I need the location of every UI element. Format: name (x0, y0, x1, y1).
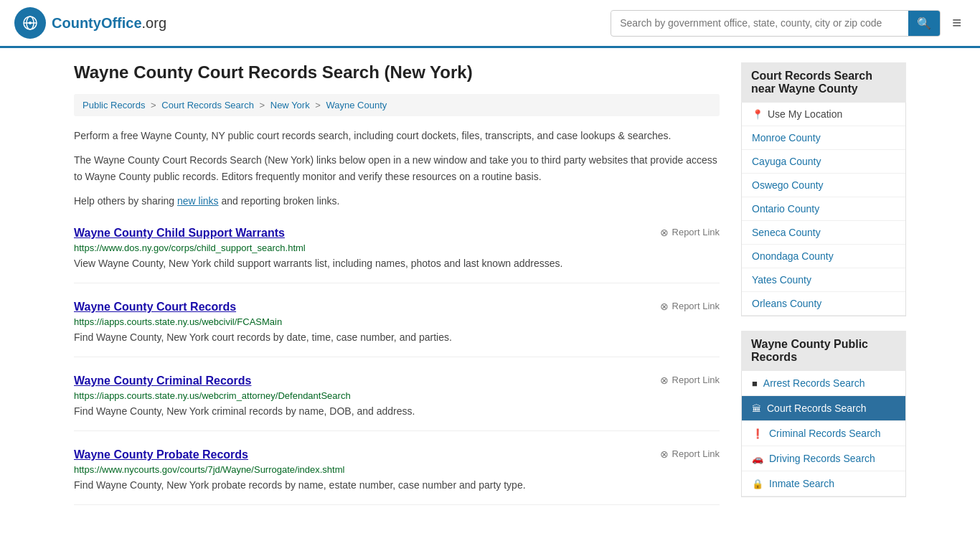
use-location-item[interactable]: 📍 Use My Location (742, 103, 905, 126)
list-item[interactable]: Yates County (742, 268, 905, 292)
record-link[interactable]: Inmate Search (769, 478, 834, 489)
result-card: Wayne County Child Support Warrants ⊗ Re… (74, 227, 720, 283)
logo-area: CountyOffice.org (14, 7, 166, 39)
breadcrumb: Public Records > Court Records Search > … (74, 94, 720, 116)
report-icon: ⊗ (660, 301, 669, 312)
list-item[interactable]: Ontario County (742, 197, 905, 221)
record-icon: 🔒 (752, 479, 763, 489)
header-right: 🔍 ≡ (611, 9, 966, 37)
result-card-header: Wayne County Court Records ⊗ Report Link (74, 301, 720, 314)
nearby-section: Court Records Search near Wayne County 📍… (741, 62, 906, 316)
search-input[interactable] (611, 11, 908, 34)
site-header: CountyOffice.org 🔍 ≡ (0, 0, 980, 48)
result-url: https://www.dos.ny.gov/corps/child_suppo… (74, 242, 720, 253)
public-records-section: Wayne County Public Records ■ Arrest Rec… (741, 331, 906, 497)
list-item[interactable]: Seneca County (742, 221, 905, 245)
result-cards: Wayne County Child Support Warrants ⊗ Re… (74, 227, 720, 505)
result-card-header: Wayne County Probate Records ⊗ Report Li… (74, 448, 720, 461)
main-container: Wayne County Court Records Search (New Y… (60, 48, 920, 526)
breadcrumb-new-york[interactable]: New York (270, 100, 310, 110)
list-item[interactable]: Monroe County (742, 126, 905, 150)
new-links[interactable]: new links (177, 195, 219, 207)
record-link[interactable]: Criminal Records Search (769, 428, 881, 439)
report-label: Report Link (672, 301, 720, 311)
report-label: Report Link (672, 227, 720, 237)
description-3: Help others by sharing new links and rep… (74, 193, 720, 209)
result-desc: Find Wayne County, New York court record… (74, 330, 720, 345)
content-area: Wayne County Court Records Search (New Y… (74, 62, 720, 512)
result-card-header: Wayne County Child Support Warrants ⊗ Re… (74, 227, 720, 240)
report-link[interactable]: ⊗ Report Link (660, 448, 720, 460)
report-icon: ⊗ (660, 375, 669, 386)
description-2: The Wayne County Court Records Search (N… (74, 152, 720, 184)
use-location-link[interactable]: Use My Location (768, 108, 842, 120)
result-title[interactable]: Wayne County Court Records (74, 301, 236, 314)
breadcrumb-court-records[interactable]: Court Records Search (161, 100, 254, 110)
sidebar-record-item[interactable]: ❗ Criminal Records Search (742, 421, 905, 446)
report-link[interactable]: ⊗ Report Link (660, 227, 720, 238)
location-icon: 📍 (752, 109, 763, 120)
record-icon: 🏛 (752, 403, 761, 414)
result-url: https://iapps.courts.state.ny.us/webcrim… (74, 390, 720, 401)
search-bar: 🔍 (611, 10, 941, 37)
sidebar-record-item[interactable]: 🔒 Inmate Search (742, 471, 905, 496)
svg-point-4 (29, 22, 32, 24)
public-records-title: Wayne County Public Records (741, 331, 906, 371)
list-item[interactable]: Cayuga County (742, 150, 905, 174)
list-item[interactable]: Onondaga County (742, 245, 905, 268)
list-item[interactable]: Oswego County (742, 174, 905, 197)
result-title[interactable]: Wayne County Criminal Records (74, 375, 251, 387)
page-title: Wayne County Court Records Search (New Y… (74, 62, 720, 83)
report-icon: ⊗ (660, 448, 669, 460)
sidebar-record-item[interactable]: 🚗 Driving Records Search (742, 446, 905, 471)
report-label: Report Link (672, 448, 720, 459)
result-desc: Find Wayne County, New York probate reco… (74, 478, 720, 493)
record-link[interactable]: Driving Records Search (769, 453, 875, 464)
result-title[interactable]: Wayne County Child Support Warrants (74, 227, 285, 240)
hamburger-menu-icon[interactable]: ≡ (948, 9, 966, 37)
logo-icon (14, 7, 46, 39)
search-button[interactable]: 🔍 (908, 11, 940, 36)
result-card: Wayne County Probate Records ⊗ Report Li… (74, 448, 720, 505)
result-card-header: Wayne County Criminal Records ⊗ Report L… (74, 375, 720, 387)
sidebar: Court Records Search near Wayne County 📍… (741, 62, 906, 512)
description-1: Perform a free Wayne County, NY public c… (74, 128, 720, 143)
record-icon: ■ (752, 378, 758, 389)
breadcrumb-public-records[interactable]: Public Records (83, 100, 145, 110)
record-link[interactable]: Court Records Search (767, 402, 867, 414)
record-link[interactable]: Arrest Records Search (763, 377, 865, 389)
sidebar-record-item[interactable]: ■ Arrest Records Search (742, 371, 905, 396)
logo-text: CountyOffice.org (52, 15, 166, 32)
result-title[interactable]: Wayne County Probate Records (74, 448, 248, 461)
report-label: Report Link (672, 375, 720, 385)
nearby-title: Court Records Search near Wayne County (741, 62, 906, 103)
public-records-list: ■ Arrest Records Search 🏛 Court Records … (741, 371, 906, 497)
result-card: Wayne County Court Records ⊗ Report Link… (74, 301, 720, 357)
result-desc: Find Wayne County, New York criminal rec… (74, 404, 720, 419)
result-desc: View Wayne County, New York child suppor… (74, 256, 720, 271)
list-item[interactable]: Orleans County (742, 292, 905, 316)
record-icon: 🚗 (752, 453, 763, 464)
report-icon: ⊗ (660, 227, 669, 238)
result-card: Wayne County Criminal Records ⊗ Report L… (74, 375, 720, 431)
result-url: https://www.nycourts.gov/courts/7jd/Wayn… (74, 464, 720, 475)
result-url: https://iapps.courts.state.ny.us/webcivi… (74, 316, 720, 327)
report-link[interactable]: ⊗ Report Link (660, 375, 720, 386)
breadcrumb-wayne-county[interactable]: Wayne County (326, 100, 387, 110)
record-icon: ❗ (752, 428, 763, 439)
nearby-counties-list: 📍 Use My Location Monroe County Cayuga C… (741, 103, 906, 316)
report-link[interactable]: ⊗ Report Link (660, 301, 720, 312)
sidebar-record-item[interactable]: 🏛 Court Records Search (742, 396, 905, 421)
